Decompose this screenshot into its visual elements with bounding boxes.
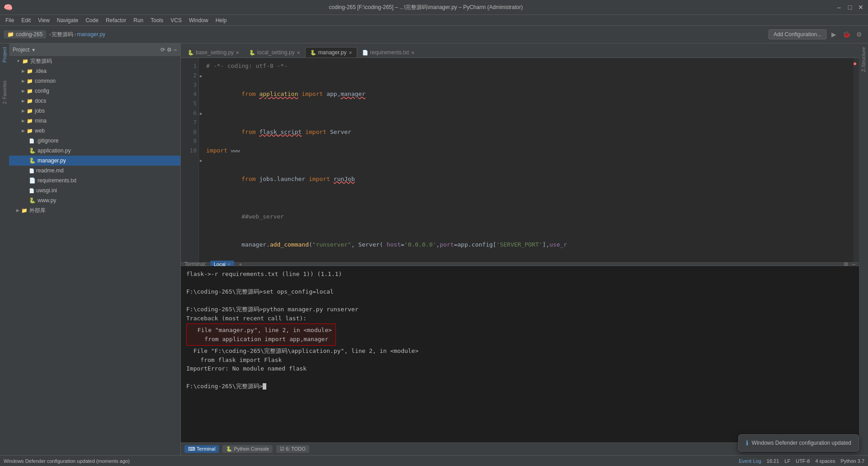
tab-manager-close[interactable]: ✕ xyxy=(349,50,352,55)
code-line-7: ##web_server xyxy=(206,203,846,231)
menu-run[interactable]: Run xyxy=(130,16,147,24)
project-panel-header: Project ▼ ⟳ ⚙ – xyxy=(9,43,180,56)
right-gutter xyxy=(854,58,859,262)
debug-button[interactable]: 🐞 xyxy=(841,29,852,40)
code-line-3: ▶ from flask_script import Server xyxy=(206,109,846,146)
main-layout: Project 2: Favorites Project ▼ ⟳ ⚙ – ▼ 📁… xyxy=(0,43,868,455)
term-line-13: F:\coding-265\完整源码> xyxy=(186,382,854,391)
tree-item-uwsgi[interactable]: 📄 uwsgi.ini xyxy=(9,185,180,195)
menu-vcs[interactable]: VCS xyxy=(167,16,185,24)
z-structure-label[interactable]: Z-Structure xyxy=(861,47,866,72)
code-line-2: ▶ from application import app,manager xyxy=(206,71,846,109)
project-sidebar-label[interactable]: Project xyxy=(2,47,7,62)
error-indicator-1 xyxy=(854,62,856,65)
run-button[interactable]: ▶ xyxy=(828,29,839,40)
status-right: Event Log 16:21 LF UTF-8 4 spaces Python… xyxy=(739,458,864,464)
tree-item-docs[interactable]: ▶ 📁 docs xyxy=(9,96,180,106)
tree-item-jobs[interactable]: ▶ 📁 jobs xyxy=(9,106,180,116)
tab-base-setting[interactable]: 🐍 base_setting.py ✕ xyxy=(183,47,244,57)
tab-requirements-close[interactable]: ✕ xyxy=(411,50,415,55)
bottom-tab-terminal[interactable]: ⌨ Terminal xyxy=(184,445,219,453)
status-bar: Windows Defender configuration updated (… xyxy=(0,455,868,466)
tab-requirements-icon: 📄 xyxy=(362,50,368,56)
collapse-icon[interactable]: – xyxy=(174,47,177,53)
code-line-9 xyxy=(206,259,846,262)
code-line-5: ▶ from jobs.launcher import runJob xyxy=(206,156,846,193)
cog-icon[interactable]: ⚙ xyxy=(167,47,172,53)
tree-item-requirements[interactable]: 📄 requirements.txt xyxy=(9,176,180,185)
favorites-sidebar-label[interactable]: 2: Favorites xyxy=(2,81,7,104)
tab-local-setting-icon: 🐍 xyxy=(249,50,255,56)
status-indent[interactable]: 4 spaces xyxy=(815,458,835,464)
close-button[interactable]: ✕ xyxy=(857,4,864,11)
code-content[interactable]: # -*- coding: utf-8 -*- ▶ from applicati… xyxy=(199,58,854,262)
terminal-splitter[interactable]: Terminal: Local ✕ ＋ ⚙ – xyxy=(181,262,859,266)
tab-local-setting[interactable]: 🐍 local_setting.py ✕ xyxy=(244,47,305,57)
app-icon: 🧠 xyxy=(4,3,13,12)
tree-item-manager[interactable]: 🐍 manager.py xyxy=(9,156,180,166)
menu-tools[interactable]: Tools xyxy=(147,16,167,24)
tree-item-readme[interactable]: 📄 readme.md xyxy=(9,166,180,176)
notification-text: Windows Defender configuration updated xyxy=(752,440,851,446)
term-line-9: File "F:\coding-265\完整源码\application.py"… xyxy=(186,347,854,356)
bottom-tab-todo[interactable]: ☑ 6: TODO xyxy=(276,445,309,453)
tab-requirements[interactable]: 📄 requirements.txt ✕ xyxy=(357,47,420,57)
tree-item-config[interactable]: ▶ 📁 config xyxy=(9,86,180,96)
status-python[interactable]: Python 3.7 xyxy=(840,458,864,464)
tree-item-idea[interactable]: ▶ 📁 .idea xyxy=(9,66,180,76)
status-encoding[interactable]: UTF-8 xyxy=(796,458,810,464)
toolbar: 📁 coding-265 › 完整源码 › manager.py Add Con… xyxy=(0,25,868,43)
menu-window[interactable]: Window xyxy=(185,16,212,24)
tree-item-外部[interactable]: ▶ 📁 外部库 xyxy=(9,205,180,215)
menu-navigate[interactable]: Navigate xyxy=(53,16,82,24)
term-line-2 xyxy=(186,279,854,288)
tab-local-setting-close[interactable]: ✕ xyxy=(297,50,300,55)
project-header-label: Project xyxy=(13,47,29,53)
breadcrumb-file: manager.py xyxy=(77,31,105,38)
line-numbers: 1 2 3 4 5 6 7 8 9 10 xyxy=(181,58,199,262)
project-panel: Project ▼ ⟳ ⚙ – ▼ 📁 完整源码 ▶ 📁 .idea ▶ � xyxy=(9,43,181,455)
tab-base-setting-icon: 🐍 xyxy=(188,50,194,56)
status-left: Windows Defender configuration updated (… xyxy=(4,458,130,464)
menu-edit[interactable]: Edit xyxy=(18,16,34,24)
status-line-col[interactable]: 16:21 xyxy=(767,458,779,464)
tab-manager[interactable]: 🐍 manager.py ✕ xyxy=(305,47,357,57)
project-header-dropdown[interactable]: ▼ xyxy=(31,48,36,52)
window-title: coding-265 [F:\coding-265] – ...\完整源码\ma… xyxy=(16,4,835,11)
project-label[interactable]: 📁 coding-265 xyxy=(4,30,46,38)
breadcrumb-folder: 完整源码 xyxy=(52,31,73,38)
tab-manager-icon: 🐍 xyxy=(310,50,316,56)
tree-item-root[interactable]: ▼ 📁 完整源码 xyxy=(9,56,180,66)
tree-item-gitignore[interactable]: 📄 .gitignore xyxy=(9,136,180,146)
term-line-7: File "manager.py", line 2, in <module> xyxy=(190,326,332,335)
menu-code[interactable]: Code xyxy=(82,16,102,24)
add-configuration-button[interactable]: Add Configuration... xyxy=(769,29,826,39)
maximize-button[interactable]: □ xyxy=(846,4,854,11)
bottom-tab-python-console[interactable]: 🐍 Python Console xyxy=(222,445,273,453)
menu-view[interactable]: View xyxy=(34,16,53,24)
status-git-message[interactable]: Windows Defender configuration updated (… xyxy=(4,458,130,464)
minimize-button[interactable]: – xyxy=(835,4,843,11)
tree-item-common[interactable]: ▶ 📁 common xyxy=(9,76,180,86)
tree-item-web[interactable]: ▶ 📁 web xyxy=(9,126,180,136)
term-line-4 xyxy=(186,296,854,305)
window-controls: – □ ✕ xyxy=(835,4,864,11)
menu-help[interactable]: Help xyxy=(212,16,231,24)
terminal-output[interactable]: flask->-r requirements.txt (line 1)) (1.… xyxy=(181,266,859,442)
tree-item-application[interactable]: 🐍 application.py xyxy=(9,146,180,156)
tab-base-setting-close[interactable]: ✕ xyxy=(236,50,239,55)
tree-item-mina[interactable]: ▶ 📁 mina xyxy=(9,116,180,126)
status-line-sep[interactable]: LF xyxy=(784,458,790,464)
sidebar-vertical: Project 2: Favorites xyxy=(0,43,9,455)
menu-refactor[interactable]: Refactor xyxy=(102,16,130,24)
code-line-4: import www xyxy=(206,146,846,156)
tab-bar: 🐍 base_setting.py ✕ 🐍 local_setting.py ✕… xyxy=(181,43,859,58)
sync-icon[interactable]: ⟳ xyxy=(160,47,165,53)
title-bar: 🧠 coding-265 [F:\coding-265] – ...\完整源码\… xyxy=(0,0,868,14)
code-line-1: # -*- coding: utf-8 -*- xyxy=(206,62,846,71)
settings-icon[interactable]: ⚙ xyxy=(854,29,864,40)
term-line-3: F:\coding-265\完整源码>set ops_config=local xyxy=(186,287,854,296)
event-log-link[interactable]: Event Log xyxy=(739,458,761,464)
menu-file[interactable]: File xyxy=(2,16,18,24)
tree-item-www[interactable]: 🐍 www.py xyxy=(9,195,180,205)
